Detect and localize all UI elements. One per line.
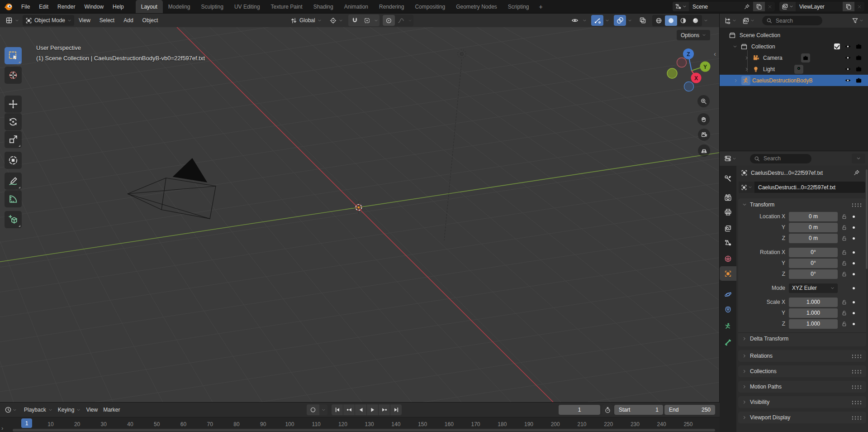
preview-range-button[interactable] — [602, 405, 613, 415]
properties-tab-render[interactable] — [720, 190, 736, 205]
menu-render[interactable]: Render — [53, 2, 80, 12]
timeline-scrollbar[interactable] — [13, 429, 715, 432]
disable-render-icon[interactable] — [854, 66, 863, 72]
current-frame-field[interactable]: 1 — [559, 405, 600, 415]
nav-pan-hand-button[interactable] — [697, 113, 710, 125]
animate-dot[interactable] — [853, 323, 855, 325]
overlays-caret[interactable] — [627, 19, 633, 23]
workspace-tab-shading[interactable]: Shading — [308, 0, 339, 13]
hide-eye-icon[interactable] — [844, 54, 852, 61]
disable-render-icon[interactable] — [854, 54, 863, 61]
chevron-right-icon[interactable] — [745, 56, 749, 60]
viewport-menu-object[interactable]: Object — [138, 17, 163, 24]
new-scene-button[interactable] — [753, 2, 765, 11]
properties-tab-tool[interactable] — [720, 171, 736, 186]
value-field[interactable]: 0 m — [789, 223, 838, 232]
panel-viewport-display[interactable]: Viewport Display — [738, 412, 866, 423]
shading-options-caret[interactable] — [703, 19, 709, 23]
chevron-right-icon[interactable] — [745, 67, 749, 72]
outliner-editor-button[interactable] — [722, 16, 738, 26]
properties-tab-physics[interactable] — [720, 287, 736, 302]
tool-move[interactable] — [5, 96, 22, 113]
shading-material-button[interactable] — [677, 15, 689, 26]
tool-scale[interactable] — [5, 131, 22, 148]
lock-open-icon[interactable] — [841, 310, 847, 316]
snap-target-button[interactable] — [361, 15, 373, 26]
hide-eye-icon[interactable] — [844, 66, 852, 72]
scene-name[interactable]: Scene — [689, 4, 741, 10]
outliner-row-light[interactable]: Light — [720, 63, 868, 75]
delete-scene-button[interactable] — [765, 4, 775, 10]
snap-options-caret[interactable] — [373, 19, 379, 23]
object-id-icon-button[interactable] — [739, 182, 754, 193]
frame-end-field[interactable]: End250 — [664, 405, 715, 415]
viewport-3d[interactable]: ZYX User Perspective (1) Scene Collectio… — [0, 27, 720, 402]
properties-tab-bone[interactable] — [720, 335, 736, 349]
pin-icon[interactable] — [741, 4, 752, 10]
nav-zoom-button[interactable] — [697, 95, 710, 107]
chevron-right-icon[interactable] — [734, 78, 738, 83]
disable-render-icon[interactable] — [854, 77, 863, 84]
properties-scrollbar[interactable] — [866, 169, 868, 269]
workspace-tab-rendering[interactable]: Rendering — [374, 0, 409, 13]
outliner-search-input[interactable] — [775, 17, 818, 24]
viewport-menu-add[interactable]: Add — [119, 17, 138, 24]
timeline-expand-icon[interactable]: › — [1, 426, 3, 431]
xray-toggle[interactable] — [636, 15, 649, 26]
timeline-menu-marker[interactable]: Marker — [100, 404, 123, 415]
timeline-editor-button[interactable] — [3, 405, 19, 415]
workspace-tab-geometry-nodes[interactable]: Geometry Nodes — [451, 0, 503, 13]
auto-keying-record-button[interactable] — [307, 404, 319, 415]
workspace-tab-animation[interactable]: Animation — [339, 0, 374, 13]
workspace-tab-modeling[interactable]: Modeling — [163, 0, 196, 13]
editor-type-button[interactable] — [3, 15, 22, 26]
hide-eye-icon[interactable] — [844, 77, 852, 84]
mode-selector[interactable]: Object Mode — [23, 15, 74, 26]
panel-grip-icon[interactable] — [851, 369, 862, 374]
gizmo-caret[interactable] — [604, 19, 610, 23]
animate-dot[interactable] — [853, 287, 855, 289]
pin-icon[interactable] — [853, 169, 860, 176]
value-field[interactable]: 0 m — [789, 234, 838, 243]
tool-add-cube[interactable] — [5, 211, 22, 228]
shading-solid-button[interactable] — [665, 15, 677, 26]
workspace-tab-layout[interactable]: Layout — [136, 0, 163, 13]
viewport-menu-view[interactable]: View — [74, 17, 95, 24]
timeline-ruler[interactable]: 1 › 102030405060708090100110120130140150… — [0, 417, 720, 432]
lock-open-icon[interactable] — [841, 260, 847, 266]
overlays-toggle[interactable] — [614, 15, 626, 26]
breadcrumb-label[interactable]: CaelusDestru...0=22f597ef.txt — [751, 170, 823, 176]
delta-transform-header[interactable]: Delta Transform — [738, 332, 866, 345]
region-collapse-icon[interactable]: ‹ — [714, 50, 716, 58]
panel-grip-icon[interactable] — [851, 415, 862, 420]
workspace-tab-texture-paint[interactable]: Texture Paint — [266, 0, 308, 13]
options-button[interactable]: Options — [677, 30, 710, 40]
panel-grip-icon[interactable] — [851, 384, 862, 389]
proportional-editing-toggle[interactable] — [383, 15, 395, 26]
lock-open-icon[interactable] — [841, 271, 847, 277]
value-field[interactable]: 0° — [789, 259, 838, 268]
properties-tab-world[interactable] — [720, 251, 736, 266]
jump-end-button[interactable] — [390, 404, 402, 415]
workspace-tab-uv-editing[interactable]: UV Editing — [229, 0, 266, 13]
animate-dot[interactable] — [853, 237, 855, 240]
object-name-field[interactable]: CaelusDestructi...0=22f597ef.txt — [739, 182, 865, 193]
properties-tab-armature[interactable] — [720, 319, 736, 333]
panel-grip-icon[interactable] — [851, 354, 862, 358]
lock-open-icon[interactable] — [841, 299, 847, 305]
exclude-checkbox[interactable] — [833, 43, 841, 49]
chevron-down-icon[interactable] — [733, 44, 737, 49]
prev-keyframe-button[interactable] — [343, 404, 355, 415]
properties-tab-object[interactable] — [720, 266, 736, 281]
properties-search-input[interactable] — [763, 155, 806, 162]
viewport-menu-select[interactable]: Select — [95, 17, 119, 24]
playhead-badge[interactable]: 1 — [21, 418, 32, 428]
menu-window[interactable]: Window — [80, 2, 108, 12]
lock-open-icon[interactable] — [841, 225, 847, 230]
new-viewlayer-button[interactable] — [843, 2, 854, 11]
outliner-display-mode-button[interactable] — [740, 16, 756, 26]
lock-open-icon[interactable] — [841, 250, 847, 255]
tool-transform[interactable] — [5, 152, 22, 169]
animate-dot[interactable] — [853, 273, 855, 275]
next-keyframe-button[interactable] — [379, 404, 390, 415]
